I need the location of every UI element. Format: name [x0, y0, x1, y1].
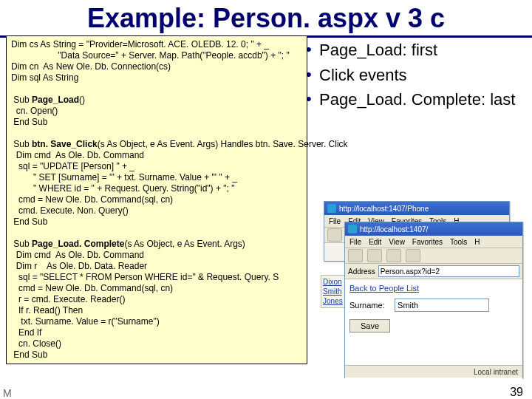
menu-item[interactable]: H	[474, 238, 480, 246]
menu-item[interactable]: Edit	[369, 238, 381, 246]
url-text-front: http://localhost:1407/	[360, 225, 428, 233]
stop-button-icon[interactable]	[386, 249, 401, 262]
titlebar: http://localhost:1407/Phone	[324, 202, 509, 215]
code-block: Dim cs As String = "Provider=Microsoft. …	[6, 35, 307, 364]
refresh-button-icon[interactable]	[406, 249, 420, 262]
back-link[interactable]: Back to People List	[349, 284, 419, 293]
save-button[interactable]: Save	[349, 319, 390, 332]
footer-left: M	[3, 387, 12, 399]
bullet-item: •Page_Load. Complete: last	[306, 89, 528, 110]
bullet-list: •Page_Load: first•Click events•Page_Load…	[306, 40, 528, 115]
back-button-icon[interactable]	[348, 249, 363, 262]
url-text: http://localhost:1407/Phone	[339, 205, 429, 213]
titlebar-front: http://localhost:1407/	[345, 222, 522, 236]
browser-window-front: http://localhost:1407/ FileEditViewFavor…	[344, 222, 523, 378]
bullet-item: •Click events	[306, 65, 528, 86]
surname-input[interactable]	[395, 299, 489, 312]
back-button-icon[interactable]	[327, 228, 342, 242]
menubar-front: FileEditViewFavoritesToolsH	[345, 236, 522, 248]
surname-label: Surname:	[349, 301, 392, 310]
status-text: Local intranet	[474, 368, 518, 376]
slide-title: Example: Person. aspx v 3 c	[0, 3, 532, 38]
menu-item[interactable]: File	[329, 217, 341, 225]
address-bar: Address	[345, 264, 522, 279]
menu-item[interactable]: Favorites	[412, 238, 443, 246]
menu-item[interactable]: Tools	[450, 238, 467, 246]
address-label: Address	[348, 267, 375, 276]
menu-item[interactable]: File	[349, 238, 361, 246]
menu-item[interactable]: View	[389, 238, 405, 246]
ie-icon	[348, 225, 357, 233]
forward-button-icon[interactable]	[367, 249, 382, 262]
ie-icon	[327, 204, 336, 213]
toolbar-front	[345, 248, 522, 264]
status-bar: Local intranet	[345, 365, 522, 378]
address-input[interactable]	[378, 265, 519, 277]
bullet-item: •Page_Load: first	[306, 40, 528, 61]
page-number: 39	[510, 386, 523, 399]
